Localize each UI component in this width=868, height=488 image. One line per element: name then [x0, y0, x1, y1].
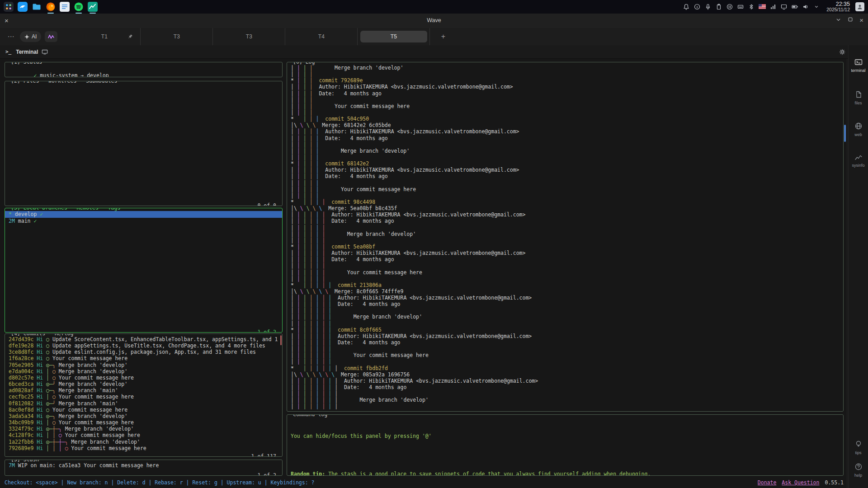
new-tab-button[interactable]: +	[438, 33, 448, 41]
tab-menu-icon[interactable]: ⋯	[6, 33, 15, 41]
us-flag-icon[interactable]	[759, 3, 766, 10]
window-close-left-icon[interactable]: ×	[5, 17, 9, 24]
log-panel[interactable]: [0]─Log │ │ │ │ Merge branch 'develop'│ …	[287, 62, 844, 412]
branches-panel-title: [3]─Local branches - Remotes - Tags	[9, 208, 122, 211]
wave-ai-button[interactable]: AI	[20, 31, 41, 42]
commit-row-1a22fbb6[interactable]: 1a22fbb6 Hi ◎─┼─┼─╮ Merge branch 'develo…	[5, 439, 282, 445]
commit-row-dfe19e28[interactable]: dfe19e28 Hi ○ Update appSettings.ts, Use…	[5, 343, 282, 349]
log-line: │ │ │ │ │ Merge branch 'develop'	[291, 148, 840, 154]
stash-panel-title: [5]─Stash	[9, 460, 40, 463]
log-line: * │ │ │ commit 504c950	[291, 116, 840, 122]
widget-files[interactable]: files	[849, 90, 868, 122]
ai-button-label: AI	[32, 33, 37, 40]
commit-row-d802c57e[interactable]: d802c57e Hi │ ○ Your commit message here	[5, 375, 282, 381]
log-line: * │ │ │ │ │ │ commit fbdb2fd	[291, 365, 840, 371]
commit-row-cecfbc25[interactable]: cecfbc25 Hi │ ○ Your commit message here	[5, 394, 282, 400]
signal-icon[interactable]	[769, 3, 777, 10]
commit-row-ad0828af[interactable]: ad0828af Hi ○─╮ Merge branch 'main'	[5, 387, 282, 394]
files-panel[interactable]: [2]─Files - Worktrees - Submodules 0 of …	[5, 81, 283, 206]
log-line: │ │ │ │ │ │ │	[291, 346, 840, 352]
widget-label: sysinfo	[852, 163, 864, 168]
log-line: │ │ │ │ │	[291, 154, 840, 160]
commits-scrollbar[interactable]	[280, 335, 282, 345]
terminal-widget-icon	[854, 59, 863, 66]
taskbar-tray: 22:35 2025/11/12	[683, 1, 864, 12]
donate-link[interactable]: Donate	[758, 477, 777, 488]
stash-row[interactable]: 7M WIP on main: ca51ea3 Your commit mess…	[5, 462, 282, 469]
settings-gear-icon[interactable]	[839, 49, 845, 55]
commit-row-8ac0ef8d[interactable]: 8ac0ef8d Hi ○ Your commit message here	[5, 407, 282, 413]
lazygit-terminal: [1]─Status ✓music-system → develop [2]─F…	[0, 59, 846, 488]
editor-icon[interactable]	[60, 2, 70, 12]
window-close-icon[interactable]: ×	[859, 16, 863, 24]
log-line: * │ │ │ │ commit 98c4498	[291, 199, 840, 205]
pause-icon[interactable]	[726, 3, 733, 10]
log-line: │ │ │ │ │ │ │ Date: 4 months ago	[291, 301, 840, 307]
waveform-icon	[48, 34, 54, 39]
commits-panel[interactable]: [4]─Commits - Reflog 247d439c Hi ○ Updat…	[5, 333, 283, 457]
terminal-scrollbar[interactable]	[844, 125, 846, 142]
tab-t3-2[interactable]: T3	[213, 28, 285, 45]
waveform-button[interactable]	[45, 31, 57, 42]
microphone-icon[interactable]	[704, 3, 712, 10]
display-icon[interactable]	[780, 3, 788, 10]
bell-icon[interactable]	[683, 3, 690, 10]
commit-row-0f812082[interactable]: 0f812082 Hi ◎─╯ Merge branch 'main'	[5, 400, 282, 407]
log-line: * │ │ │ │ │ commit 213806a	[291, 282, 840, 288]
commit-row-247d439c[interactable]: 247d439c Hi ○ Update ScoreContent.tsx, E…	[5, 336, 282, 343]
commit-row-4c128f9c[interactable]: 4c128f9c Hi │ │ ○ Your commit message he…	[5, 432, 282, 438]
folder-icon[interactable]	[32, 2, 42, 12]
commit-row-34bc09b9[interactable]: 34bc09b9 Hi │ ○ Your commit message here	[5, 419, 282, 426]
widget-label: files	[854, 101, 862, 105]
battery-icon[interactable]	[791, 3, 798, 10]
firefox-icon[interactable]	[46, 2, 56, 12]
widget-help[interactable]: help	[849, 463, 868, 485]
globe-icon	[854, 122, 863, 130]
log-line: │ │ │ │ │	[291, 180, 840, 186]
branches-panel[interactable]: [3]─Local branches - Remotes - Tags * de…	[5, 208, 283, 333]
commit-row-3324f79c[interactable]: 3324f79c Hi ◎─┼─╮ Merge branch 'develop'	[5, 426, 282, 432]
widget-web[interactable]: web	[849, 122, 868, 154]
commit-row-6bced3ca[interactable]: 6bced3ca Hi ◎─╯ Merge branch 'develop'	[5, 381, 282, 387]
widget-terminal[interactable]: terminal	[849, 59, 868, 90]
log-line: * │ │ │ │ commit 68142e2	[291, 160, 840, 167]
commit-row-705e2905[interactable]: 705e2905 Hi ◎─╮ Merge branch 'develop'	[5, 362, 282, 368]
dolphin-icon[interactable]	[18, 2, 28, 12]
branch-row-develop[interactable]: * develop ✓	[5, 211, 282, 218]
clipboard-icon[interactable]	[715, 3, 722, 10]
log-line: │ │ │ │ │ │ │ Author: HibikiTAKEMURA <bv…	[291, 333, 840, 339]
log-line: │ │ │ │ │ │ Author: HibikiTAKEMURA <bvs.…	[291, 211, 840, 218]
stash-panel[interactable]: [5]─Stash 7M WIP on main: ca51ea3 Your c…	[5, 460, 283, 476]
status-panel: [1]─Status ✓music-system → develop	[5, 62, 283, 77]
commit-row-1f6a28ce[interactable]: 1f6a28ce Hi ○ Your commit message here	[5, 355, 282, 361]
monitor-app-icon[interactable]	[88, 2, 98, 12]
commit-row-e7da004c[interactable]: e7da004c Hi │ ○ Merge branch 'develop'	[5, 368, 282, 375]
info-icon[interactable]	[693, 3, 701, 10]
bluetooth-icon[interactable]	[748, 3, 755, 10]
tab-t5-4[interactable]: T5	[358, 28, 430, 45]
commit-row-3ada5a34[interactable]: 3ada5a34 Hi ◎─╮ Merge branch 'develop'	[5, 413, 282, 419]
ask-question-link[interactable]: Ask Question	[782, 477, 819, 488]
log-lines: │ │ │ │ Merge branch 'develop'│ │ │ │* │…	[287, 62, 843, 412]
user-avatar-icon[interactable]	[855, 2, 864, 11]
tab-t4-3[interactable]: T4	[285, 28, 358, 45]
widget-label: web	[854, 132, 862, 137]
log-line: │ │ │ │ │ Author: HibikiTAKEMURA <bvs.ja…	[291, 167, 840, 173]
widget-tips[interactable]: tips	[849, 440, 868, 463]
commit-row-3ce8d8fc[interactable]: 3ce8d8fc Hi ○ Update eslint.config.js, p…	[5, 349, 282, 355]
branch-row-main[interactable]: 2M main ✓	[5, 218, 282, 225]
tab-t1-0[interactable]: T1	[68, 28, 141, 45]
window-maximize-icon[interactable]	[848, 17, 853, 23]
app-launcher-icon[interactable]	[4, 2, 14, 12]
window-menu-chevron-icon[interactable]	[835, 17, 841, 24]
log-line: │ │ │ │ │ │ │ │ Merge branch 'develop'	[291, 397, 840, 403]
volume-icon[interactable]	[802, 3, 809, 10]
spotify-icon[interactable]	[74, 2, 84, 12]
tray-chevron-down-icon[interactable]	[813, 3, 820, 10]
clock[interactable]: 22:35 2025/11/12	[826, 1, 850, 12]
command-log-panel[interactable]: Command log You can hide/focus this pane…	[287, 414, 844, 476]
keyboard-icon[interactable]	[737, 3, 744, 10]
widget-sysinfo[interactable]: sysinfo	[849, 154, 868, 185]
commit-row-792689e9[interactable]: 792689e9 Hi │ │ │ ○ Your commit message …	[5, 445, 282, 451]
tab-t3-1[interactable]: T3	[141, 28, 213, 45]
